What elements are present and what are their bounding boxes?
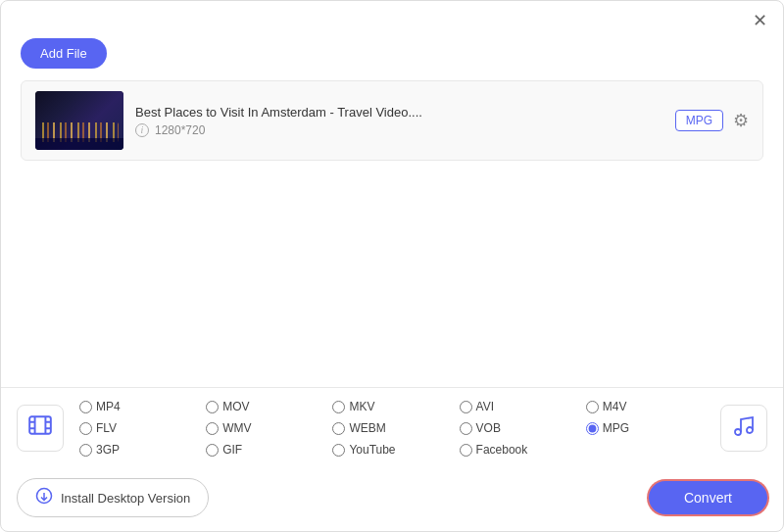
label-facebook: Facebook [476, 443, 528, 457]
file-title: Best Places to Visit In Amsterdam - Trav… [135, 105, 663, 120]
format-options: MP4 MOV MKV AVI M4V FLV [75, 398, 709, 459]
radio-vob[interactable] [460, 422, 472, 435]
label-vob: VOB [476, 421, 501, 435]
info-icon: i [135, 123, 149, 137]
label-flv: FLV [96, 421, 117, 435]
install-label: Install Desktop Version [61, 491, 190, 506]
format-option-wmv[interactable]: WMV [202, 419, 328, 437]
format-option-avi[interactable]: AVI [456, 398, 582, 415]
format-option-mov[interactable]: MOV [202, 398, 328, 415]
bottom-toolbar: MP4 MOV MKV AVI M4V FLV [1, 387, 783, 531]
label-youtube: YouTube [349, 443, 395, 457]
file-thumbnail [35, 91, 123, 150]
file-actions: MPG ⚙ [675, 110, 749, 131]
format-row: MP4 MOV MKV AVI M4V FLV [1, 388, 783, 468]
label-mov: MOV [222, 400, 249, 413]
svg-point-7 [735, 429, 741, 435]
label-avi: AVI [476, 400, 494, 413]
radio-m4v[interactable] [586, 401, 599, 413]
format-option-webm[interactable]: WEBM [328, 419, 455, 437]
svg-rect-0 [29, 416, 51, 433]
format-option-mkv[interactable]: MKV [328, 398, 455, 415]
add-file-button[interactable]: Add File [21, 38, 107, 69]
convert-button[interactable]: Convert [649, 481, 767, 514]
file-resolution: 1280*720 [155, 123, 205, 137]
format-badge-button[interactable]: MPG [675, 110, 723, 131]
file-list: Best Places to Visit In Amsterdam - Trav… [21, 80, 763, 161]
radio-mp4[interactable] [79, 401, 92, 413]
label-m4v: M4V [603, 400, 627, 413]
radio-wmv[interactable] [206, 422, 219, 435]
label-mkv: MKV [349, 400, 374, 413]
radio-flv[interactable] [79, 422, 92, 435]
video-format-icon-button[interactable] [17, 405, 64, 452]
music-icon [732, 414, 756, 443]
svg-point-8 [747, 427, 753, 433]
file-info: Best Places to Visit In Amsterdam - Trav… [135, 105, 663, 137]
format-option-3gp[interactable]: 3GP [75, 441, 202, 459]
radio-mkv[interactable] [332, 401, 345, 413]
install-desktop-button[interactable]: Install Desktop Version [17, 478, 209, 517]
format-option-flv[interactable]: FLV [75, 419, 202, 437]
label-3gp: 3GP [96, 443, 120, 457]
action-bar: Install Desktop Version Convert [1, 468, 783, 531]
close-button[interactable]: ✕ [748, 9, 771, 32]
label-mpg: MPG [603, 421, 629, 435]
radio-3gp[interactable] [79, 444, 92, 457]
top-section: Add File Best Places to Visit In Amsterd… [1, 32, 783, 170]
format-option-mp4[interactable]: MP4 [75, 398, 202, 415]
radio-mpg[interactable] [586, 422, 599, 435]
format-option-m4v[interactable]: M4V [582, 398, 709, 415]
radio-youtube[interactable] [332, 444, 345, 457]
settings-icon[interactable]: ⚙ [733, 110, 749, 131]
radio-avi[interactable] [460, 401, 472, 413]
format-option-gif[interactable]: GIF [202, 441, 328, 459]
file-item: Best Places to Visit In Amsterdam - Trav… [22, 81, 762, 160]
format-option-youtube[interactable]: YouTube [328, 441, 455, 459]
label-wmv: WMV [222, 421, 251, 435]
label-webm: WEBM [349, 421, 385, 435]
file-meta: i 1280*720 [135, 123, 663, 137]
label-gif: GIF [222, 443, 242, 457]
format-option-facebook[interactable]: Facebook [456, 441, 582, 459]
title-bar: ✕ [1, 1, 783, 32]
radio-webm[interactable] [332, 422, 345, 435]
download-icon [35, 487, 53, 508]
format-option-vob[interactable]: VOB [456, 419, 582, 437]
label-mp4: MP4 [96, 400, 121, 413]
radio-mov[interactable] [206, 401, 219, 413]
film-icon [27, 412, 53, 444]
audio-format-icon-button[interactable] [720, 405, 767, 452]
radio-facebook[interactable] [460, 444, 472, 457]
format-option-mpg[interactable]: MPG [582, 419, 709, 437]
radio-gif[interactable] [206, 444, 219, 457]
